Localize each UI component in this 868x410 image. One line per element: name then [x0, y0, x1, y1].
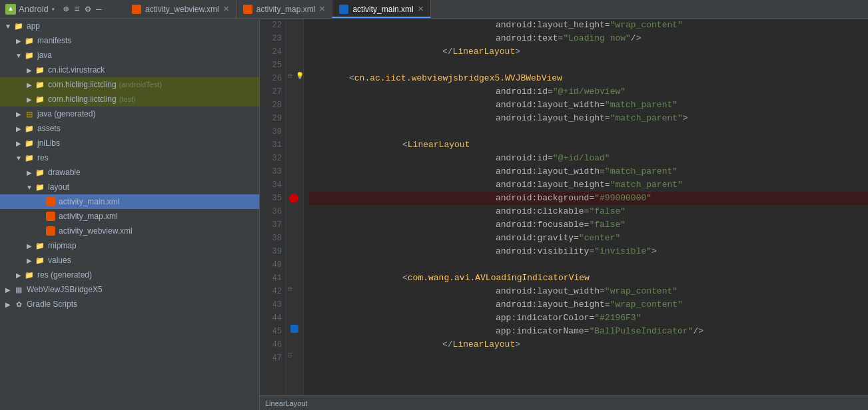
gradle-icon: ✿ — [13, 299, 24, 309]
sidebar[interactable]: ▼ 📁 app ▶ 📁 manifests ▼ 📁 java ▶ 📁 cn.ii… — [0, 19, 260, 410]
android-icon: ▲ — [5, 4, 16, 15]
ln-39: 39 — [264, 245, 282, 258]
sidebar-item-webviewjsbridge[interactable]: ▶ ▦ WebViewJSBridgeX5 — [0, 282, 259, 297]
sidebar-item-assets[interactable]: ▶ 📁 assets — [0, 121, 259, 136]
file-icon-webview — [45, 226, 56, 236]
sidebar-item-activity-main[interactable]: activity_main.xml — [0, 194, 259, 209]
sidebar-item-activity-webview[interactable]: activity_webview.xml — [0, 224, 259, 238]
breakpoint-35[interactable] — [289, 194, 298, 203]
sidebar-item-gradle[interactable]: ▶ ✿ Gradle Scripts — [0, 297, 259, 311]
fold-marker-26: ⊟ — [288, 72, 292, 80]
minus-icon[interactable]: — — [96, 4, 101, 15]
folder-icon-cn: 📁 — [35, 65, 45, 75]
sidebar-label-res: res — [37, 153, 49, 162]
ln-34: 34 — [264, 178, 282, 192]
tab-label-main: activity_main.xml — [352, 5, 413, 14]
sidebar-item-com-hicling-androidtest[interactable]: ▶ 📁 com.hicling.iictcling (androidTest) — [0, 77, 259, 92]
tag-linearlayout-close-24: LinearLayout — [453, 45, 516, 59]
sidebar-item-res-gen[interactable]: ▶ 📁 res (generated) — [0, 268, 259, 282]
sidebar-item-java[interactable]: ▼ 📁 java — [0, 48, 259, 63]
sidebar-item-drawable[interactable]: ▶ 📁 drawable — [0, 165, 259, 180]
ln-43: 43 — [264, 298, 282, 311]
code-line-40 — [309, 258, 868, 272]
list-icon[interactable]: ≡ — [74, 4, 79, 15]
tab-map[interactable]: activity_map.xml ✕ — [236, 0, 333, 18]
file-icon-map — [45, 211, 56, 222]
ln-23: 23 — [264, 32, 282, 45]
code-line-43: android:layout_height="wrap_content" — [309, 298, 868, 311]
sidebar-badge-hicling1: (androidTest) — [119, 81, 162, 89]
sidebar-item-res[interactable]: ▼ 📁 res — [0, 150, 259, 165]
editor[interactable]: 22 23 24 25 26 27 28 29 30 31 32 33 34 3… — [260, 19, 868, 410]
sidebar-item-com-hicling-test[interactable]: ▶ 📁 com.hicling.iictcling (test) — [0, 92, 259, 106]
code-area: 22 23 24 25 26 27 28 29 30 31 32 33 34 3… — [260, 19, 868, 395]
tag-linearlayout-close-46: LinearLayout — [453, 338, 516, 351]
attr-clickable-36: android:clickable= — [496, 205, 589, 218]
sidebar-item-jnilibs[interactable]: ▶ 📁 jniLibs — [0, 136, 259, 150]
punct-45: /> — [693, 325, 703, 338]
tab-close-map[interactable]: ✕ — [319, 5, 325, 13]
sidebar-item-manifests[interactable]: ▶ 📁 manifests — [0, 33, 259, 48]
tab-icon-webview — [132, 5, 141, 14]
val-wrap-content-22: "wrap_content" — [610, 19, 683, 32]
expand-arrow-mipmap: ▶ — [24, 242, 35, 250]
attr-bg-35: android:background= — [496, 192, 594, 205]
code-line-41: <com.wang.avi.AVLoadingIndicatorView — [309, 272, 868, 285]
tab-icon-main — [339, 5, 348, 14]
code-line-23: android:text="Loading now" /> — [309, 32, 868, 45]
folder-icon-mipmap: 📁 — [35, 240, 45, 251]
ln-28: 28 — [264, 99, 282, 112]
expand-arrow-gradle: ▶ — [3, 301, 13, 308]
tab-close-main[interactable]: ✕ — [418, 5, 424, 13]
gear-icon[interactable]: ⚙ — [85, 3, 91, 15]
expand-arrow-assets: ▶ — [13, 125, 24, 132]
fold-marker-46: ⊟ — [288, 351, 292, 359]
sidebar-badge-hicling2: (test) — [119, 95, 136, 103]
sidebar-item-app[interactable]: ▼ 📁 app — [0, 19, 259, 33]
sidebar-item-layout[interactable]: ▼ 📁 layout — [0, 180, 259, 194]
sidebar-item-cn-iict[interactable]: ▶ 📁 cn.iict.virustrack — [0, 63, 259, 77]
punct-close-24: </ — [442, 45, 453, 59]
expand-arrow-values: ▶ — [24, 257, 35, 264]
folder-icon-values: 📁 — [35, 255, 45, 266]
sidebar-item-mipmap[interactable]: ▶ 📁 mipmap — [0, 238, 259, 253]
val-color-44: "#2196F3" — [594, 311, 641, 325]
folder-icon-jni: 📁 — [24, 138, 35, 148]
marker-44 — [290, 325, 298, 333]
attr-id-27: android:id= — [496, 85, 553, 99]
tab-close-webview[interactable]: ✕ — [223, 5, 229, 13]
expand-arrow-manifests: ▶ — [13, 37, 24, 45]
folder-icon-hicling2: 📁 — [35, 94, 45, 104]
expand-arrow-layout: ▼ — [24, 184, 35, 191]
class-wvjb-26: cn.ac.iict.webviewjsbridgex5.WVJBWebView — [354, 72, 562, 85]
code-content[interactable]: android:layout_height="wrap_content" and… — [304, 19, 868, 395]
lightbulb-26[interactable]: 💡 — [296, 72, 304, 80]
tab-main[interactable]: activity_main.xml ✕ — [332, 0, 430, 18]
ln-44: 44 — [264, 311, 282, 325]
bottom-context-label: LinearLayout — [265, 399, 308, 407]
sidebar-label-layout: layout — [48, 182, 69, 192]
project-dropdown-arrow[interactable]: ▾ — [51, 5, 55, 13]
globe-icon[interactable]: ⊕ — [63, 3, 69, 15]
code-line-34: android:layout_height="match_parent" — [309, 178, 868, 192]
val-match-33: "match_parent" — [605, 165, 677, 178]
expand-arrow-main — [35, 198, 45, 206]
ln-27: 27 — [264, 85, 282, 99]
val-false-37: "false" — [589, 218, 626, 232]
ln-31: 31 — [264, 138, 282, 152]
punct-gt-46: > — [515, 338, 520, 351]
main-content: ▼ 📁 app ▶ 📁 manifests ▼ 📁 java ▶ 📁 cn.ii… — [0, 19, 868, 410]
code-line-22: android:layout_height="wrap_content" — [309, 19, 868, 32]
ln-29: 29 — [264, 112, 282, 125]
punct-close-46: </ — [442, 338, 453, 351]
sidebar-item-values[interactable]: ▶ 📁 values — [0, 253, 259, 268]
code-line-36: android:clickable="false" — [309, 205, 868, 218]
tab-webview[interactable]: activity_webview.xml ✕ — [125, 0, 236, 18]
sidebar-item-activity-map[interactable]: activity_map.xml — [0, 209, 259, 224]
ln-26: 26 — [264, 72, 282, 85]
code-line-29: android:layout_height="match_parent"> — [309, 112, 868, 125]
ln-38: 38 — [264, 232, 282, 245]
attr-focusable-37: android:focusable= — [496, 218, 589, 232]
sidebar-label-app: app — [27, 21, 40, 31]
sidebar-item-java-gen[interactable]: ▶ ▤ java (generated) — [0, 106, 259, 121]
